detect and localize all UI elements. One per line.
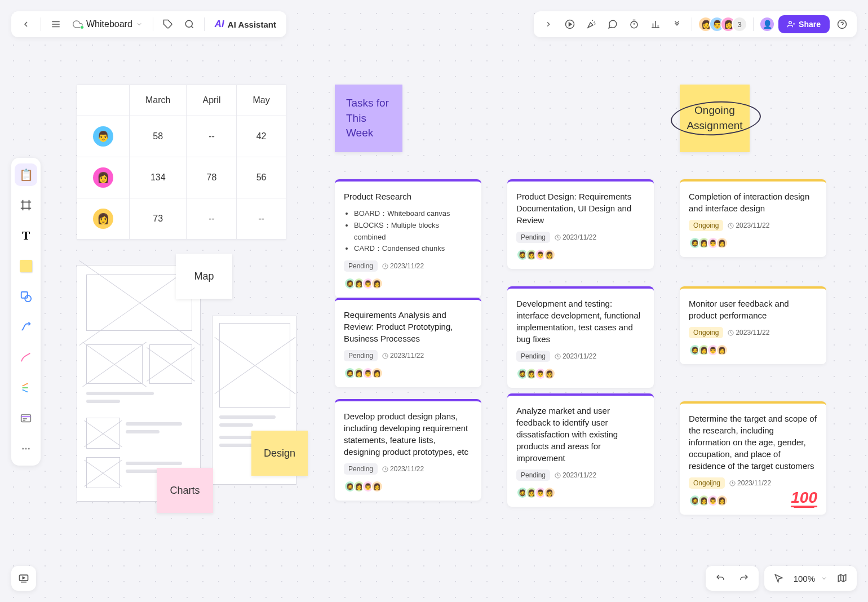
table-cell[interactable]: 73 <box>130 198 187 240</box>
task-card[interactable]: Monitor user feedback and product perfor… <box>680 286 826 364</box>
card-bullet-list: BOARD：Whiteboard canvasBLOCKS：Multiple b… <box>344 208 472 255</box>
status-tag: Ongoijng <box>689 477 725 489</box>
card-title: Product Design: Requirements Documentati… <box>516 191 645 226</box>
card-tags: Pending 2023/11/22 <box>344 463 472 475</box>
card-bullet: BLOCKS：Multiple blocks combined <box>354 220 472 244</box>
card-tags: Pending 2023/11/22 <box>516 470 645 481</box>
card-tags: Ongoing 2023/11/22 <box>689 220 817 231</box>
status-tag: Ongoing <box>689 327 723 338</box>
card-avatars: 🧔👩👨👩 <box>516 486 645 499</box>
mini-avatar: 👩 <box>716 237 728 249</box>
task-card[interactable]: Develop product design plans, including … <box>335 399 481 501</box>
card-avatars: 🧔👩👨👩 <box>516 249 645 261</box>
card-title: Analyze market and user feedback to iden… <box>516 405 645 464</box>
card-avatars: 🧔👩👨👩 <box>344 480 472 493</box>
card-tags: Pending 2023/11/22 <box>344 260 472 272</box>
date-tag: 2023/11/22 <box>728 222 769 229</box>
task-card[interactable]: Completion of interaction design and int… <box>680 179 826 257</box>
mini-avatar: 👩 <box>543 368 556 380</box>
date-tag: 2023/11/22 <box>382 262 424 270</box>
row-avatar: 👨 <box>93 126 113 147</box>
table-header-cell: March <box>130 85 187 116</box>
status-tag: Pending <box>344 463 378 475</box>
status-tag: Pending <box>344 350 378 361</box>
date-tag: 2023/11/22 <box>382 352 424 360</box>
status-tag: Pending <box>516 232 550 243</box>
card-title: Requirements Analysis and Review: Produc… <box>344 309 472 344</box>
task-card[interactable]: Product ResearchBOARD：Whiteboard canvasB… <box>335 179 481 298</box>
date-tag: 2023/11/22 <box>555 471 596 479</box>
table-cell[interactable]: 58 <box>130 116 187 157</box>
table-row: 👩 73 -- -- <box>77 198 286 240</box>
mini-avatar: 👩 <box>716 344 728 356</box>
card-tags: Pending 2023/11/22 <box>344 350 472 361</box>
status-tag: Pending <box>344 260 378 272</box>
task-card[interactable]: Development and testing: interface devel… <box>507 286 654 388</box>
status-tag: Ongoing <box>689 220 723 231</box>
table-header-row: March April May <box>77 85 286 116</box>
sticky-note-tasks-header[interactable]: Tasks for This Week <box>335 85 402 152</box>
mini-avatar: 👩 <box>716 494 728 507</box>
table-header-cell: May <box>237 85 286 116</box>
card-avatars: 🧔👩👨👩 <box>344 277 472 290</box>
wireframe-mockup[interactable] <box>77 265 201 502</box>
mini-avatar: 👩 <box>371 480 383 493</box>
sticky-note-map[interactable]: Map <box>176 254 232 299</box>
card-avatars: 🧔👩👨👩 <box>689 344 817 356</box>
task-card[interactable]: Product Design: Requirements Documentati… <box>507 179 654 269</box>
table-cell[interactable]: -- <box>187 116 237 157</box>
table-cell[interactable]: 78 <box>187 157 237 198</box>
mini-avatar: 👩 <box>543 486 556 499</box>
task-card[interactable]: Determine the target and scope of the re… <box>680 401 826 515</box>
table-cell[interactable]: -- <box>187 198 237 240</box>
table-cell[interactable]: 134 <box>130 157 187 198</box>
card-title: Determine the target and scope of the re… <box>689 413 817 472</box>
sticky-note-ongoing-header[interactable]: Ongoing Assignment <box>680 85 750 152</box>
sticky-note-design[interactable]: Design <box>251 431 308 476</box>
card-bullet: BOARD：Whiteboard canvas <box>354 208 472 220</box>
card-title: Develop product design plans, including … <box>344 410 472 458</box>
card-title: Product Research <box>344 191 472 202</box>
date-tag: 2023/11/22 <box>555 352 596 360</box>
mini-avatar: 👩 <box>371 277 383 290</box>
card-title: Completion of interaction design and int… <box>689 191 817 214</box>
mini-avatar: 👩 <box>543 249 556 261</box>
card-avatars: 🧔👩👨👩 <box>344 367 472 379</box>
card-tags: Ongoijng 2023/11/22 <box>689 477 817 489</box>
row-avatar: 👩 <box>93 167 113 188</box>
card-bullet: CARD：Condensed chunks <box>354 243 472 255</box>
canvas[interactable]: March April May 👨 58 -- 42 👩 134 78 56 👩… <box>0 0 868 602</box>
card-avatars: 🧔👩👨👩 <box>689 237 817 249</box>
sticky-note-charts[interactable]: Charts <box>157 468 213 513</box>
table-cell[interactable]: 42 <box>237 116 286 157</box>
table-header-cell: April <box>187 85 237 116</box>
table-row: 👩 134 78 56 <box>77 157 286 198</box>
card-title: Monitor user feedback and product perfor… <box>689 298 817 321</box>
card-tags: Pending 2023/11/22 <box>516 351 645 362</box>
date-tag: 2023/11/22 <box>555 233 596 241</box>
card-avatars: 🧔👩👨👩 <box>516 368 645 380</box>
status-tag: Pending <box>516 470 550 481</box>
table-cell[interactable]: 56 <box>237 157 286 198</box>
date-tag: 2023/11/22 <box>729 479 771 487</box>
row-avatar: 👩 <box>93 209 113 229</box>
task-card[interactable]: Requirements Analysis and Review: Produc… <box>335 298 481 387</box>
hundred-emoji: 100 <box>791 489 817 508</box>
data-table[interactable]: March April May 👨 58 -- 42 👩 134 78 56 👩… <box>77 85 286 240</box>
date-tag: 2023/11/22 <box>728 329 769 337</box>
card-title: Development and testing: interface devel… <box>516 298 645 345</box>
table-header-cell <box>77 85 130 116</box>
date-tag: 2023/11/22 <box>382 465 424 473</box>
card-tags: Ongoing 2023/11/22 <box>689 327 817 338</box>
table-row: 👨 58 -- 42 <box>77 116 286 157</box>
task-card[interactable]: Analyze market and user feedback to iden… <box>507 393 654 507</box>
status-tag: Pending <box>516 351 550 362</box>
card-tags: Pending 2023/11/22 <box>516 232 645 243</box>
mini-avatar: 👩 <box>371 367 383 379</box>
table-cell[interactable]: -- <box>237 198 286 240</box>
